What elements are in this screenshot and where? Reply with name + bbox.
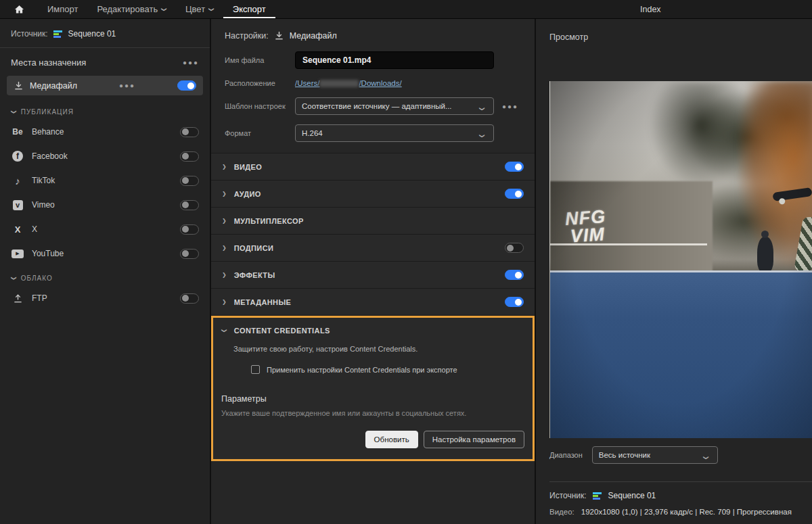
content-credentials-title: CONTENT CREDENTIALS <box>234 327 330 335</box>
configure-parameters-button[interactable]: Настройка параметров <box>424 431 524 448</box>
metadata-source-row: Источник: Sequence 01 <box>549 491 812 500</box>
destination-tiktok[interactable]: ♪ TikTok <box>0 168 210 193</box>
ftp-icon-wrap <box>11 293 24 304</box>
behance-label: Behance <box>32 127 64 137</box>
section-captions-toggle[interactable] <box>505 243 524 253</box>
section-audio[interactable]: ❯ АУДИО <box>211 181 535 208</box>
sidebar-source-row: Источник: Sequence 01 <box>0 19 210 48</box>
section-audio-label: АУДИО <box>234 190 261 198</box>
destination-mediafile[interactable]: Медиафайл ●●● <box>7 76 203 95</box>
destination-ftp[interactable]: FTP <box>0 286 210 310</box>
metadata-video-value: 1920x1080 (1,0) | 23,976 кадр/с | Rec. 7… <box>581 508 792 516</box>
destination-x[interactable]: X X <box>0 217 210 241</box>
chevron-down-icon: ❯ <box>703 450 708 460</box>
menu-color[interactable]: Цвет ❯ <box>176 0 223 18</box>
content-credentials-header[interactable]: ❯ CONTENT CREDENTIALS <box>213 318 533 343</box>
menu-export[interactable]: Экспорт <box>223 0 275 18</box>
publish-group-header[interactable]: ❯ ПУБЛИКАЦИЯ <box>0 99 210 120</box>
x-toggle[interactable] <box>180 224 199 235</box>
chevron-right-icon: ❯ <box>222 164 227 170</box>
behance-icon: Be <box>11 127 24 137</box>
chevron-right-icon: ❯ <box>222 272 227 278</box>
location-label: Расположение <box>225 78 295 88</box>
settings-header: Настройки: Медиафайл <box>211 19 535 50</box>
destination-behance[interactable]: Be Behance <box>0 120 210 144</box>
tiktok-label: TikTok <box>32 176 55 185</box>
section-video-toggle[interactable] <box>505 162 524 172</box>
youtube-icon: ▶ <box>12 249 24 258</box>
section-audio-toggle[interactable] <box>505 189 524 199</box>
chevron-right-icon: ❯ <box>222 300 227 305</box>
destination-vimeo[interactable]: v Vimeo <box>0 193 210 217</box>
menu-color-label: Цвет <box>185 4 205 14</box>
top-menu-bar: Импорт Редактировать ❯ Цвет ❯ Экспорт In… <box>0 0 812 19</box>
chevron-right-icon: ❯ <box>222 191 227 197</box>
preview-metadata: Источник: Sequence 01 Видео: 1920x1080 (… <box>549 481 812 516</box>
cloud-group-header[interactable]: ❯ ОБЛАКО <box>0 266 210 286</box>
youtube-toggle[interactable] <box>180 249 199 259</box>
settings-destination-name: Медиафайл <box>290 31 337 41</box>
preset-row: Шаблон настроек Соответствие источнику —… <box>225 97 521 115</box>
preset-label: Шаблон настроек <box>225 101 295 111</box>
tiktok-toggle[interactable] <box>180 176 199 186</box>
menu-edit[interactable]: Редактировать ❯ <box>87 0 176 18</box>
content-credentials-actions: Обновить Настройка параметров <box>213 429 533 450</box>
range-value: Весь источник <box>599 451 650 459</box>
facebook-icon-wrap: f <box>11 151 24 162</box>
preset-more-icon[interactable]: ●●● <box>502 103 518 110</box>
format-dropdown[interactable]: H.264 ❯ <box>295 124 494 142</box>
x-icon: X <box>11 224 24 235</box>
chevron-down-icon: ❯ <box>208 7 214 11</box>
tiktok-icon: ♪ <box>11 175 24 187</box>
main-nav: Импорт Редактировать ❯ Цвет ❯ Экспорт <box>38 0 275 18</box>
destination-facebook[interactable]: f Facebook <box>0 144 210 168</box>
section-metadata-toggle[interactable] <box>505 297 524 307</box>
location-prefix: /Users/ <box>295 79 319 87</box>
refresh-button[interactable]: Обновить <box>365 431 418 448</box>
format-value: H.264 <box>302 129 323 137</box>
section-metadata[interactable]: ❯ МЕТАДАННЫЕ <box>211 289 535 316</box>
mediafile-more-icon[interactable]: ●●● <box>119 82 135 89</box>
facebook-toggle[interactable] <box>180 151 199 162</box>
metadata-source-label: Источник: <box>549 491 587 500</box>
preview-title: Просмотр <box>536 19 812 42</box>
destination-youtube[interactable]: ▶ YouTube <box>0 241 210 266</box>
behance-toggle[interactable] <box>180 127 199 137</box>
range-row: Диапазон Весь источник ❯ <box>549 446 805 464</box>
content-credentials-description: Защитите свою работу, настроив Content C… <box>213 343 533 364</box>
section-multiplexer[interactable]: ❯ МУЛЬТИПЛЕКСОР <box>211 208 535 235</box>
facebook-icon: f <box>12 151 23 162</box>
home-icon[interactable] <box>0 0 38 18</box>
apply-credentials-checkbox[interactable] <box>251 365 260 374</box>
range-dropdown[interactable]: Весь источник ❯ <box>592 446 718 464</box>
location-row: Расположение /Users//Downloads/ <box>225 78 521 88</box>
mediafile-toggle[interactable] <box>177 80 196 91</box>
preview-panel: Просмотр NFG VIM Диапазон Весь <box>536 19 812 524</box>
section-effects-toggle[interactable] <box>505 270 524 280</box>
parameters-description: Укажите ваше подтвержденное имя или акка… <box>213 409 533 429</box>
vimeo-toggle[interactable] <box>180 200 199 210</box>
ftp-toggle[interactable] <box>180 293 199 304</box>
section-video[interactable]: ❯ ВИДЕО <box>211 153 535 181</box>
format-row: Формат H.264 ❯ <box>225 124 521 142</box>
location-link[interactable]: /Users//Downloads/ <box>295 79 494 87</box>
sequence-icon <box>53 30 64 39</box>
section-effects[interactable]: ❯ ЭФФЕКТЫ <box>211 262 535 289</box>
project-title: Index <box>640 0 661 19</box>
filename-label: Имя файла <box>225 55 295 65</box>
video-preview: NFG VIM <box>549 81 812 438</box>
apply-credentials-checkbox-row[interactable]: Применить настройки Content Credentials … <box>213 364 533 389</box>
menu-import[interactable]: Импорт <box>38 0 87 18</box>
filename-row: Имя файла <box>225 51 521 69</box>
section-captions[interactable]: ❯ ПОДПИСИ <box>211 235 535 262</box>
section-video-label: ВИДЕО <box>234 163 263 171</box>
more-options-icon[interactable]: ●●● <box>183 59 199 66</box>
preset-dropdown[interactable]: Соответствие источнику — адаптивный... ❯ <box>295 97 494 115</box>
filename-input[interactable] <box>295 51 494 69</box>
cloud-group-label: ОБЛАКО <box>21 275 53 282</box>
section-metadata-label: МЕТАДАННЫЕ <box>234 298 292 306</box>
range-label: Диапазон <box>549 451 583 459</box>
facebook-label: Facebook <box>32 151 68 161</box>
chevron-down-icon: ❯ <box>11 110 16 115</box>
metadata-video-label: Видео: <box>549 508 574 516</box>
